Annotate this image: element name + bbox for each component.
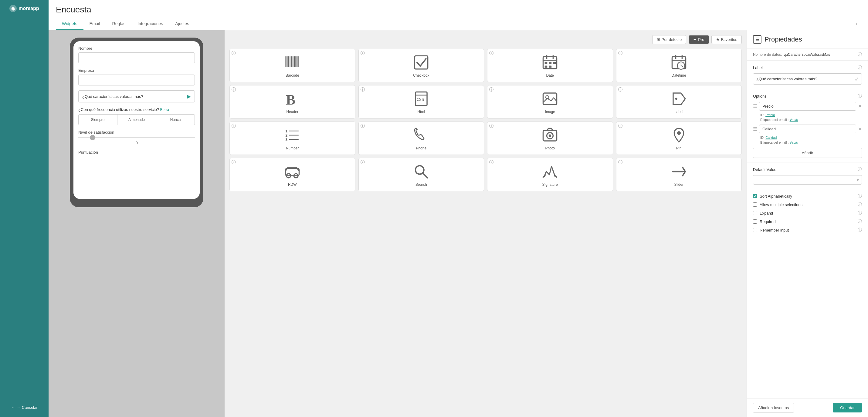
widget-pin[interactable]: i Pin: [616, 121, 742, 155]
tab-collapse-icon[interactable]: ‹: [852, 18, 861, 30]
tab-reglas[interactable]: Reglas: [106, 18, 132, 30]
widget-label-info[interactable]: i: [618, 87, 622, 92]
widget-phone[interactable]: i Phone: [359, 121, 485, 155]
widget-checkbox-info[interactable]: i: [361, 51, 365, 55]
satisfaccion-label: Nivel de satisfacción: [78, 130, 195, 135]
toolbar-pro-btn[interactable]: ✦ Pro: [689, 35, 709, 44]
cancel-button[interactable]: ← ← Cancelar: [8, 403, 40, 412]
default-info-icon[interactable]: ⓘ: [858, 167, 862, 172]
field-frecuencia-label: ¿Con qué frecuencia utilizas nuestro ser…: [78, 107, 195, 112]
widget-header[interactable]: i B Header: [229, 85, 355, 118]
checkbox-required-info[interactable]: ⓘ: [858, 219, 862, 224]
checkbox-sort-info[interactable]: ⓘ: [858, 193, 862, 199]
slider-thumb[interactable]: [90, 135, 95, 140]
widget-photo-info[interactable]: i: [489, 124, 494, 128]
widget-checkbox[interactable]: i Checkbox: [359, 49, 485, 82]
props-options-header: Options ⓘ: [753, 93, 862, 99]
option-drag-icon-1[interactable]: ☰: [753, 103, 757, 109]
checkbox-multiple-info[interactable]: ⓘ: [858, 202, 862, 207]
choice-siempre[interactable]: Siempre: [78, 114, 117, 125]
option-input-calidad[interactable]: [759, 125, 856, 133]
widget-barcode[interactable]: i Barcode: [229, 49, 355, 82]
slider-icon: [671, 163, 687, 180]
widget-search-info[interactable]: i: [361, 160, 365, 164]
widget-date[interactable]: i Date: [487, 49, 613, 82]
option-input-precio[interactable]: [759, 102, 856, 111]
widget-image[interactable]: i Image: [487, 85, 613, 118]
widget-number-info[interactable]: i: [231, 124, 236, 128]
svg-text:3: 3: [286, 138, 288, 142]
checkbox-expand-info[interactable]: ⓘ: [858, 210, 862, 216]
save-button[interactable]: Guardar: [833, 403, 862, 412]
option-remove-precio[interactable]: ✕: [858, 103, 862, 109]
toolbar-fav-btn[interactable]: ★ Favoritos: [711, 35, 742, 44]
widget-datetime[interactable]: i Datetime: [616, 49, 742, 82]
svg-point-44: [677, 131, 681, 135]
option-id-calidad[interactable]: Calidad: [766, 136, 777, 139]
widget-rdw-info[interactable]: i: [231, 160, 236, 164]
checkbox-remember-input[interactable]: [753, 228, 757, 232]
widget-signature[interactable]: i Signature: [487, 158, 613, 191]
widget-photo[interactable]: i Photo: [487, 121, 613, 155]
widget-barcode-info[interactable]: i: [231, 51, 236, 55]
rdw-label: RDW: [288, 182, 297, 187]
widget-search[interactable]: i Search: [359, 158, 485, 191]
field-nombre-input[interactable]: [78, 53, 195, 63]
widget-image-info[interactable]: i: [489, 87, 494, 92]
svg-rect-15: [545, 62, 548, 64]
tabs: Widgets Email Reglas Integraciones Ajust…: [56, 18, 861, 30]
svg-text:CSS: CSS: [416, 97, 424, 102]
widget-html[interactable]: i CSS Html: [359, 85, 485, 118]
label-info-icon[interactable]: ⓘ: [858, 65, 862, 70]
widget-slider-info[interactable]: i: [618, 160, 622, 164]
widget-date-info[interactable]: i: [489, 51, 494, 55]
option-row-precio: ☰ ✕: [753, 102, 862, 111]
label-input-expand-icon[interactable]: ⤢: [855, 76, 859, 82]
default-value-select[interactable]: [753, 175, 862, 184]
option-remove-calidad[interactable]: ✕: [858, 126, 862, 132]
page-title: Encuesta: [56, 5, 861, 14]
pro-label: Pro: [698, 37, 704, 42]
option-id-precio[interactable]: Precio: [766, 113, 775, 117]
widget-html-info[interactable]: i: [361, 87, 365, 92]
svg-rect-18: [545, 65, 548, 68]
data-name-info-icon[interactable]: ⓘ: [858, 52, 862, 57]
checkbox-multiple-selections[interactable]: [753, 202, 757, 207]
phone-icon: [413, 127, 430, 144]
widget-slider[interactable]: i Slider: [616, 158, 742, 191]
option-email-link-precio[interactable]: Vacío: [790, 118, 798, 121]
svg-line-49: [423, 173, 428, 178]
add-option-button[interactable]: Añadir: [753, 148, 862, 158]
label-input-field[interactable]: ¿Qué características valoras más? ⤢: [753, 73, 862, 84]
field-empresa: Empresa: [78, 68, 195, 85]
option-email-link-calidad[interactable]: Vacío: [790, 141, 798, 144]
tab-ajustes[interactable]: Ajustes: [169, 18, 195, 30]
widget-number[interactable]: i 1 2 3 Number: [229, 121, 355, 155]
choice-amenudo[interactable]: A menudo: [117, 114, 156, 125]
widget-signature-info[interactable]: i: [489, 160, 494, 164]
checkbox-sort-label: Sort Alphabetically: [760, 194, 792, 199]
checkbox-remember-info[interactable]: ⓘ: [858, 227, 862, 233]
widget-pin-info[interactable]: i: [618, 124, 622, 128]
borra-link[interactable]: Borra: [160, 108, 169, 112]
rdw-icon: [284, 163, 301, 180]
field-empresa-input[interactable]: [78, 75, 195, 85]
widget-datetime-info[interactable]: i: [618, 51, 622, 55]
choice-nunca[interactable]: Nunca: [156, 114, 195, 125]
widget-header-info[interactable]: i: [231, 87, 236, 92]
checkbox-expand-input[interactable]: [753, 211, 757, 215]
add-to-favorites-button[interactable]: Añadir a favoritos: [753, 403, 794, 413]
widget-phone-info[interactable]: i: [361, 124, 365, 128]
slider-track[interactable]: [78, 137, 195, 138]
checkbox-required-input[interactable]: [753, 219, 757, 224]
tab-integraciones[interactable]: Integraciones: [131, 18, 169, 30]
options-info-icon[interactable]: ⓘ: [858, 93, 862, 99]
widget-label[interactable]: i Label: [616, 85, 742, 118]
toolbar-default-btn[interactable]: ⊞ Por defecto: [652, 35, 686, 44]
tab-widgets[interactable]: Widgets: [56, 18, 84, 30]
widget-rdw[interactable]: i RDW: [229, 158, 355, 191]
field-caracteristicas-dropdown[interactable]: ¿Qué características valoras más? ▶: [78, 90, 195, 102]
tab-email[interactable]: Email: [84, 18, 106, 30]
option-drag-icon-2[interactable]: ☰: [753, 126, 757, 132]
checkbox-sort-alphabetically[interactable]: [753, 194, 757, 198]
